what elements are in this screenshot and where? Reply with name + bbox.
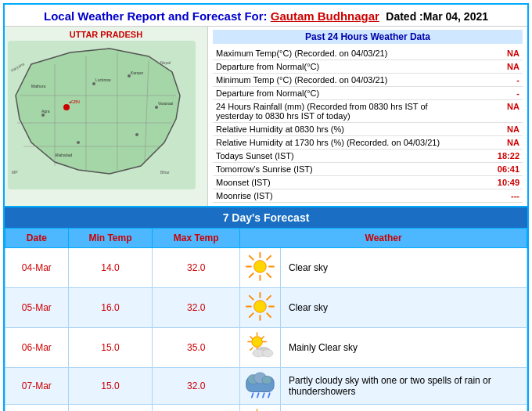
- svg-line-31: [250, 256, 253, 260]
- svg-line-63: [268, 393, 270, 397]
- map-svg: Lucknow Kanpur Varanasi Agra Allahabad M…: [8, 41, 204, 193]
- svg-point-13: [77, 141, 80, 144]
- svg-point-14: [41, 114, 45, 117]
- weather-row-value: NA: [445, 123, 523, 136]
- forecast-title: 7 Day's Forecast: [5, 207, 527, 228]
- header-date: Dated :Mar 04, 2021: [386, 10, 488, 23]
- weather-row-value: 06:41: [445, 163, 523, 176]
- forecast-weather-desc: Mainly Clear sky: [281, 327, 527, 367]
- forecast-row: 04-Mar 14.0 32.0 Clear sky: [5, 248, 527, 288]
- forecast-date: 07-Mar: [5, 367, 69, 404]
- svg-line-62: [263, 393, 264, 397]
- svg-line-41: [267, 313, 271, 317]
- weather-row-label: Moonset (IST): [213, 176, 445, 189]
- forecast-weather-icon: [240, 367, 281, 404]
- forecast-min-temp: 16.0: [68, 404, 153, 411]
- weather-row: Relative Humidity at 1730 hrs (%) (Recor…: [213, 136, 523, 150]
- svg-text:●GBN: ●GBN: [69, 99, 80, 104]
- weather-row: Moonrise (IST) ---: [213, 189, 523, 203]
- weather-row-label: Relative Humidity at 1730 hrs (%) (Recor…: [213, 136, 445, 150]
- weather-row-value: -: [445, 87, 523, 100]
- weather-row: Minimum Temp (°C) (Recorded. on 04/03/21…: [213, 74, 523, 87]
- header-prefix: Local Weather Report and Forecast For:: [44, 9, 271, 23]
- weather-row-value: ---: [445, 189, 523, 203]
- forecast-weather-desc: Mainly Clear sky: [281, 404, 527, 411]
- svg-text:Bihar: Bihar: [160, 170, 170, 175]
- forecast-weather-icon: [240, 404, 281, 411]
- page-header: Local Weather Report and Forecast For: G…: [5, 5, 527, 26]
- svg-point-11: [155, 106, 158, 109]
- location-name: Gautam Budhnagar: [271, 9, 379, 23]
- forecast-col-header: Min Temp: [68, 229, 153, 248]
- weather-row-label: Moonrise (IST): [213, 189, 445, 203]
- weather-row-label: Todays Sunset (IST): [213, 150, 445, 163]
- forecast-weather-desc: Partly cloudy sky with one or two spells…: [281, 367, 527, 404]
- weather-row: Moonset (IST) 10:49: [213, 176, 523, 189]
- svg-point-9: [92, 82, 95, 85]
- weather-data-title: Past 24 Hours Weather Data: [213, 30, 523, 44]
- weather-row: Todays Sunset (IST) 18:22: [213, 150, 523, 163]
- forecast-date: 05-Mar: [5, 287, 69, 327]
- weather-row-label: Departure from Normal(°C): [213, 60, 445, 74]
- svg-line-51: [262, 336, 264, 338]
- weather-data-panel: Past 24 Hours Weather Data Maximum Temp(…: [208, 27, 527, 206]
- forecast-weather-desc: Clear sky: [281, 248, 527, 288]
- forecast-weather-icon: [240, 327, 281, 367]
- forecast-date: 08-Mar: [5, 404, 69, 411]
- weather-row-value: -: [445, 74, 523, 87]
- svg-text:MP: MP: [12, 170, 18, 175]
- svg-line-43: [250, 313, 253, 317]
- weather-row-label: Minimum Temp (°C) (Recorded. on 04/03/21…: [213, 74, 445, 87]
- svg-line-32: [267, 273, 271, 277]
- svg-line-52: [250, 348, 253, 350]
- weather-row: Maximum Temp(°C) (Recorded. on 04/03/21)…: [213, 47, 523, 60]
- svg-point-26: [254, 261, 267, 273]
- forecast-max-temp: 32.0: [153, 248, 240, 288]
- forecast-weather-icon: [240, 248, 281, 288]
- forecast-section: 7 Day's Forecast DateMin TempMax TempWea…: [5, 206, 527, 411]
- forecast-weather-icon: [240, 287, 281, 327]
- weather-row-label: Maximum Temp(°C) (Recorded. on 04/03/21): [213, 47, 445, 60]
- forecast-min-temp: 14.0: [68, 248, 153, 288]
- svg-text:Nepal: Nepal: [160, 60, 171, 65]
- map-area: UTTAR PRADESH: [5, 27, 208, 206]
- weather-row-label: 24 Hours Rainfall (mm) (Recorded from 08…: [213, 100, 445, 123]
- svg-point-59: [262, 376, 271, 384]
- weather-row-label: Tomorrow's Sunrise (IST): [213, 163, 445, 176]
- forecast-max-temp: 35.0: [153, 327, 240, 367]
- svg-text:Mathura: Mathura: [31, 84, 46, 88]
- svg-line-61: [257, 393, 259, 397]
- top-section: UTTAR PRADESH: [5, 26, 527, 206]
- weather-row: Departure from Normal(°C) -: [213, 87, 523, 100]
- map-title: UTTAR PRADESH: [8, 30, 204, 39]
- forecast-row: 06-Mar 15.0 35.0 Mainly Clear sky: [5, 327, 527, 367]
- forecast-row: 07-Mar 15.0 32.0 Partly cloudy sky with …: [5, 367, 527, 404]
- svg-line-42: [267, 296, 271, 300]
- svg-line-33: [267, 256, 271, 260]
- weather-row-value: 18:22: [445, 150, 523, 163]
- weather-row-value: 10:49: [445, 176, 523, 189]
- weather-row: 24 Hours Rainfall (mm) (Recorded from 08…: [213, 100, 523, 123]
- weather-row-value: NA: [445, 100, 523, 123]
- svg-text:Lucknow: Lucknow: [95, 78, 111, 82]
- forecast-row: 05-Mar 16.0 32.0 Clear sky: [5, 287, 527, 327]
- forecast-min-temp: 15.0: [68, 367, 153, 404]
- forecast-table: DateMin TempMax TempWeather 04-Mar 14.0 …: [5, 228, 527, 411]
- svg-point-12: [135, 133, 138, 136]
- svg-line-60: [252, 393, 253, 397]
- svg-point-8: [63, 104, 70, 110]
- weather-row: Departure from Normal(°C) NA: [213, 60, 523, 74]
- weather-row: Tomorrow's Sunrise (IST) 06:41: [213, 163, 523, 176]
- forecast-col-header: Weather: [240, 229, 527, 248]
- weather-row-label: Relative Humidity at 0830 hrs (%): [213, 123, 445, 136]
- forecast-col-header: Date: [5, 229, 69, 248]
- forecast-min-temp: 15.0: [68, 327, 153, 367]
- weather-table: Maximum Temp(°C) (Recorded. on 04/03/21)…: [213, 47, 523, 203]
- svg-line-49: [250, 336, 253, 338]
- forecast-max-temp: 32.0: [153, 367, 240, 404]
- svg-line-40: [250, 296, 253, 300]
- forecast-row: 08-Mar 16.0 34.0 Mainly Clear sky: [5, 404, 527, 411]
- forecast-min-temp: 16.0: [68, 287, 153, 327]
- forecast-col-header: Max Temp: [153, 229, 240, 248]
- svg-text:Varanasi: Varanasi: [158, 101, 173, 106]
